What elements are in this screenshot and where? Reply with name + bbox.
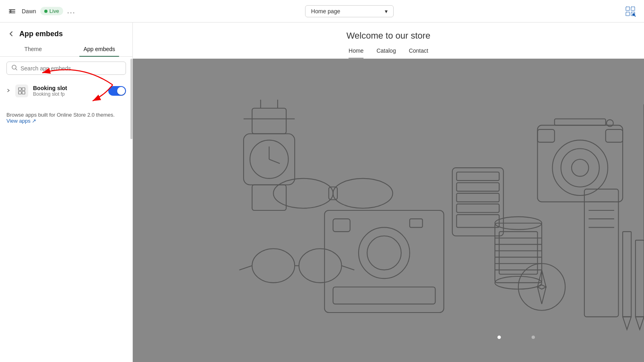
sidebar-scrollbar[interactable] [130,59,132,139]
svg-line-8 [634,15,636,16]
sidebar-tabs: Theme App embeds [0,42,132,57]
preview-area: Welcome to our store Home Catalog Contac… [133,23,644,362]
view-apps-link[interactable]: View apps ↗ [6,118,36,124]
svg-rect-16 [22,91,25,94]
page-selector-value: Home page [311,8,340,14]
tab-app-embeds[interactable]: App embeds [66,42,133,56]
store-title: Welcome to our store [149,31,628,41]
more-button[interactable]: ... [67,7,76,15]
sidebar-back-button[interactable] [6,29,16,39]
external-link-icon: ↗ [32,118,36,124]
svg-rect-14 [22,88,25,90]
topbar: Dawn Live ... Home page ▾ [0,0,644,23]
search-icon [12,65,17,72]
topbar-left: Dawn Live ... [6,6,76,17]
topbar-center: Home page ▾ [80,5,618,17]
nav-catalog[interactable]: Catalog [376,47,396,58]
scroll-indicator [497,335,501,339]
svg-rect-4 [631,7,635,10]
embed-info: Booking slot Booking slot fp [33,85,103,97]
preview-hero-image [133,59,644,362]
theme-name: Dawn [22,8,36,14]
browse-text: Browse apps built for Online Store 2.0 t… [6,112,115,118]
back-button[interactable] [6,6,18,17]
live-label: Live [50,8,59,14]
live-badge: Live [40,7,63,15]
embed-sub: Booking slot fp [33,91,103,97]
sidebar: App embeds Theme App embeds [0,23,133,362]
tab-theme[interactable]: Theme [0,42,66,56]
svg-rect-1 [9,11,15,12]
store-nav: Home Catalog Contact [149,47,628,58]
embed-name: Booking slot [33,85,103,91]
inspector-button[interactable] [623,4,638,19]
store-header: Welcome to our store Home Catalog Contac… [133,23,644,59]
embed-icon [15,84,28,97]
page-selector[interactable]: Home page ▾ [305,5,394,17]
svg-line-12 [16,69,17,70]
scroll-indicator-2 [532,335,535,339]
svg-rect-2 [9,12,15,13]
toggle-knob [117,87,125,95]
svg-rect-13 [19,88,21,90]
sidebar-title: App embeds [19,30,63,38]
embed-toggle[interactable] [108,86,126,96]
search-box [6,62,126,75]
svg-rect-0 [9,9,15,10]
main-content: App embeds Theme App embeds [0,23,644,362]
search-container [0,57,132,80]
booking-slot-item: Booking slot Booking slot fp [0,80,132,102]
svg-rect-5 [626,12,630,16]
live-dot [44,10,47,13]
topbar-right [623,4,638,19]
hero-illustration [133,59,644,362]
sidebar-header: App embeds [0,23,132,39]
svg-rect-3 [626,7,630,10]
nav-home[interactable]: Home [349,47,363,58]
svg-rect-15 [19,91,21,94]
browse-apps-text: Browse apps built for Online Store 2.0 t… [0,105,132,130]
nav-contact[interactable]: Contact [409,47,428,58]
search-input[interactable] [21,65,121,72]
embed-expand-button[interactable] [6,88,10,94]
chevron-down-icon: ▾ [385,8,388,14]
